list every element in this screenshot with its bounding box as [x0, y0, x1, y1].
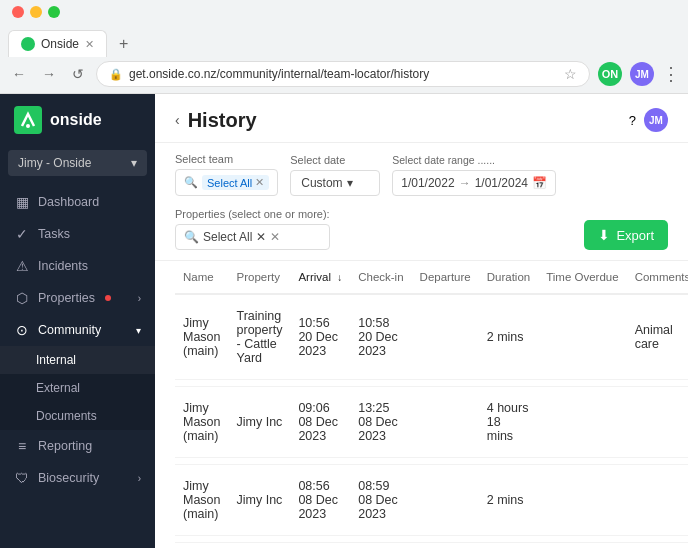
team-filter-select[interactable]: 🔍 Select All ✕ — [175, 169, 278, 196]
date-range-group: Select date range ...... 1/01/2022 → 1/0… — [392, 154, 556, 196]
cell-property: Jimy Inc — [229, 465, 291, 536]
profile-icon[interactable]: JM — [630, 62, 654, 86]
filters-bar: Select team 🔍 Select All ✕ Select date C… — [155, 143, 688, 261]
svg-rect-0 — [14, 106, 42, 134]
url-bar[interactable]: 🔒 get.onside.co.nz/community/internal/te… — [96, 61, 590, 87]
reporting-icon: ≡ — [14, 438, 30, 454]
sidebar-item-incidents[interactable]: ⚠ Incidents — [0, 250, 155, 282]
user-avatar[interactable]: JM — [644, 108, 668, 132]
col-arrival[interactable]: Arrival ↓ — [290, 261, 350, 294]
extension-icon[interactable]: ON — [598, 62, 622, 86]
date-to: 1/01/2024 — [475, 176, 528, 190]
table-row-spacer — [175, 458, 688, 465]
cell-checkin: 08:56 08 Dec 2023 — [350, 543, 411, 549]
table-row: Jimy Mason (main)Jimy Inc09:06 08 Dec 20… — [175, 387, 688, 458]
cell-departure — [412, 465, 479, 536]
new-tab-button[interactable]: + — [111, 31, 136, 57]
page-title: History — [188, 109, 257, 132]
onside-logo-icon — [14, 106, 42, 134]
date-arrow-icon: → — [459, 176, 471, 190]
back-button[interactable]: ‹ — [175, 112, 180, 128]
cell-checkin: 13:25 08 Dec 2023 — [350, 387, 411, 458]
date-range-input[interactable]: 1/01/2022 → 1/01/2024 📅 — [392, 170, 556, 196]
sidebar-label-properties: Properties — [38, 291, 95, 305]
table-row: Jimy Mason (main)Training property - Cat… — [175, 294, 688, 380]
help-icon[interactable]: ? — [629, 113, 636, 128]
date-filter-label: Select date — [290, 154, 380, 166]
tab-close-icon[interactable]: ✕ — [85, 38, 94, 51]
community-icon: ⊙ — [14, 322, 30, 338]
community-chevron-icon: ▾ — [136, 325, 141, 336]
sidebar-label-community: Community — [38, 323, 101, 337]
cell-duration: 2 mins — [479, 294, 538, 380]
sidebar-item-dashboard[interactable]: ▦ Dashboard — [0, 186, 155, 218]
sidebar-item-documents[interactable]: Documents — [0, 402, 155, 430]
calendar-icon[interactable]: 📅 — [532, 176, 547, 190]
biosecurity-chevron-icon: › — [138, 473, 141, 484]
browser-chrome: Onside ✕ + ← → ↺ 🔒 get.onside.co.nz/comm… — [0, 0, 688, 94]
tasks-icon: ✓ — [14, 226, 30, 242]
svg-point-1 — [26, 124, 30, 128]
props-tag-clear-icon[interactable]: ✕ — [256, 230, 266, 244]
props-filter-value: Select All — [203, 230, 252, 244]
workspace-selector[interactable]: Jimy - Onside ▾ — [8, 150, 147, 176]
cell-duration: 2 mins — [479, 543, 538, 549]
date-filter-select[interactable]: Custom ▾ — [290, 170, 380, 196]
cell-time-overdue — [538, 465, 626, 536]
star-icon[interactable]: ☆ — [564, 66, 577, 82]
sidebar-item-external[interactable]: External — [0, 374, 155, 402]
cell-property: Jimy Inc — [229, 543, 291, 549]
sidebar-nav: ▦ Dashboard ✓ Tasks ⚠ Incidents ⬡ Proper… — [0, 180, 155, 548]
export-button[interactable]: ⬇ Export — [584, 220, 668, 250]
address-bar: ← → ↺ 🔒 get.onside.co.nz/community/inter… — [0, 57, 688, 93]
team-filter-clear-icon[interactable]: ✕ — [255, 176, 264, 189]
table-row-spacer — [175, 380, 688, 387]
table-row: Jimy Mason (main)Jimy Inc08:56 08 Dec 20… — [175, 465, 688, 536]
col-name: Name — [175, 261, 229, 294]
dot-green[interactable] — [48, 6, 60, 18]
dot-red[interactable] — [12, 6, 24, 18]
cell-departure — [412, 294, 479, 380]
table-header-row: Name Property Arrival ↓ Check-in Departu… — [175, 261, 688, 294]
sidebar-item-community[interactable]: ⊙ Community ▾ — [0, 314, 155, 346]
properties-chevron-icon: › — [138, 293, 141, 304]
forward-button[interactable]: → — [38, 64, 60, 84]
active-tab[interactable]: Onside ✕ — [8, 30, 107, 57]
sidebar-item-biosecurity[interactable]: 🛡 Biosecurity › — [0, 462, 155, 494]
props-filter-label: Properties (select one or more): — [175, 208, 330, 220]
dot-yellow[interactable] — [30, 6, 42, 18]
cell-name: Jimy Mason (main) — [175, 294, 229, 380]
cell-name: Jimy Mason (main) — [175, 543, 229, 549]
cell-checkin: 08:59 08 Dec 2023 — [350, 465, 411, 536]
col-departure: Departure — [412, 261, 479, 294]
date-dropdown-chevron-icon: ▾ — [347, 176, 353, 190]
sidebar-item-properties[interactable]: ⬡ Properties › — [0, 282, 155, 314]
sidebar-item-reporting[interactable]: ≡ Reporting — [0, 430, 155, 462]
cell-arrival: 08:54 08 Dec 2023 — [290, 543, 350, 549]
sidebar-label-dashboard: Dashboard — [38, 195, 99, 209]
page-header: ‹ History ? JM — [155, 94, 688, 143]
cell-property: Jimy Inc — [229, 387, 291, 458]
properties-filter-group: Properties (select one or more): 🔍 Selec… — [175, 208, 330, 250]
cell-comments: Animal care — [627, 294, 688, 380]
props-filter-select[interactable]: 🔍 Select All ✕ ✕ — [175, 224, 330, 250]
back-button[interactable]: ← — [8, 64, 30, 84]
cell-checkin: 10:58 20 Dec 2023 — [350, 294, 411, 380]
cell-departure — [412, 543, 479, 549]
props-clear-icon[interactable]: ✕ — [270, 230, 280, 244]
date-filter-value: Custom — [301, 176, 342, 190]
incidents-icon: ⚠ — [14, 258, 30, 274]
team-filter-value: Select All — [207, 177, 252, 189]
table-row: Jimy Mason (main)Jimy Inc08:54 08 Dec 20… — [175, 543, 688, 549]
date-from: 1/01/2022 — [401, 176, 454, 190]
properties-dot — [105, 295, 111, 301]
cell-departure — [412, 387, 479, 458]
sidebar-item-internal[interactable]: Internal — [0, 346, 155, 374]
properties-icon: ⬡ — [14, 290, 30, 306]
refresh-button[interactable]: ↺ — [68, 64, 88, 84]
col-checkin: Check-in — [350, 261, 411, 294]
workspace-label: Jimy - Onside — [18, 156, 91, 170]
browser-menu-icon[interactable]: ⋮ — [662, 63, 680, 85]
sidebar-item-tasks[interactable]: ✓ Tasks — [0, 218, 155, 250]
sidebar-label-incidents: Incidents — [38, 259, 88, 273]
